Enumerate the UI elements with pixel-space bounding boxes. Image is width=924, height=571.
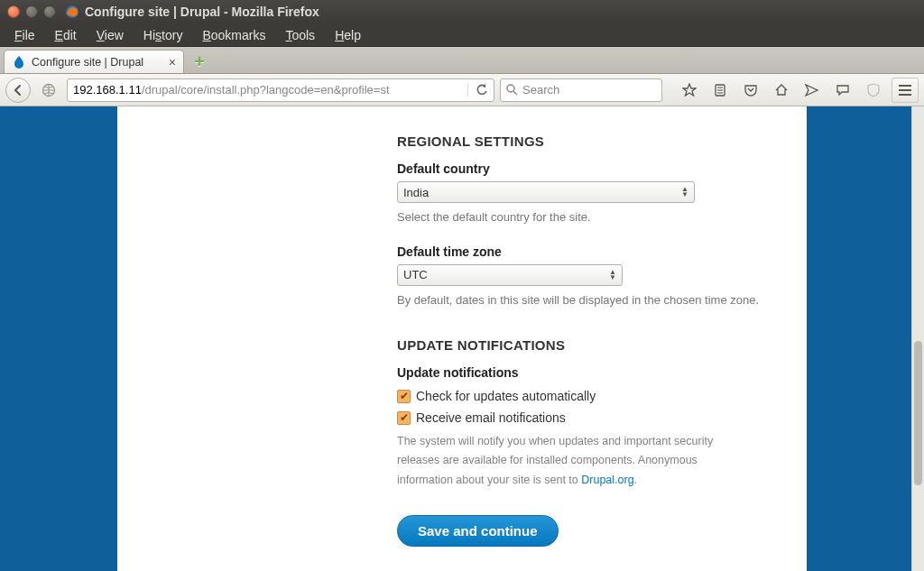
search-icon	[506, 84, 518, 96]
menu-tools[interactable]: Tools	[276, 26, 324, 44]
bookmark-star-icon[interactable]	[677, 83, 702, 97]
spinner-icon: ▲▼	[681, 187, 688, 198]
window-maximize-button[interactable]	[43, 5, 56, 18]
update-desc-text: The system will notify you when updates …	[397, 435, 713, 486]
checkbox-label-check-updates: Check for updates automatically	[416, 389, 596, 403]
firefox-icon	[65, 5, 79, 19]
update-desc-post: .	[634, 474, 637, 486]
checkbox-row-email-notifications[interactable]: ✔ Receive email notifications	[397, 410, 785, 425]
back-button[interactable]	[5, 78, 31, 103]
globe-identity-icon[interactable]	[36, 83, 61, 97]
hint-default-timezone: By default, dates in this site will be d…	[397, 291, 785, 309]
update-description: The system will notify you when updates …	[397, 432, 740, 490]
window-controls	[7, 5, 56, 18]
select-default-country[interactable]: India ▲▼	[397, 181, 695, 203]
menu-file[interactable]: File	[5, 26, 44, 44]
menu-edit[interactable]: Edit	[46, 26, 86, 44]
scrollbar-thumb[interactable]	[914, 341, 922, 485]
save-continue-button[interactable]: Save and continue	[397, 515, 559, 547]
nav-toolbar: 192.168.1.11/drupal/core/install.php?lan…	[0, 74, 924, 106]
tab-active[interactable]: Configure site | Drupal ×	[4, 50, 184, 73]
checkbox-label-email-notifications: Receive email notifications	[416, 410, 566, 425]
menu-view[interactable]: View	[88, 26, 133, 44]
pocket-icon[interactable]	[738, 83, 763, 97]
section-heading-regional: REGIONAL SETTINGS	[397, 134, 785, 149]
label-update-notifications: Update notifications	[397, 365, 785, 380]
window-title: Configure site | Drupal - Mozilla Firefo…	[85, 5, 319, 19]
drupal-org-link[interactable]: Drupal.org	[581, 474, 633, 486]
form-column: REGIONAL SETTINGS Default country India …	[397, 106, 785, 547]
tab-close-icon[interactable]: ×	[169, 55, 176, 69]
bookmarks-list-icon[interactable]	[707, 83, 733, 97]
tabstrip: Configure site | Drupal × +	[0, 47, 924, 74]
url-host: 192.168.1.11	[73, 83, 142, 97]
drupal-icon	[12, 55, 26, 69]
menu-help[interactable]: Help	[326, 26, 370, 44]
spinner-icon: ▲▼	[609, 270, 616, 281]
svg-point-2	[507, 85, 514, 92]
hint-default-country: Select the default country for the site.	[397, 208, 785, 226]
menubar: File Edit View History Bookmarks Tools H…	[0, 23, 924, 47]
window-minimize-button[interactable]	[25, 5, 38, 18]
window-titlebar: Configure site | Drupal - Mozilla Firefo…	[0, 0, 924, 23]
hamburger-menu-button[interactable]	[892, 78, 919, 103]
section-heading-updates: UPDATE NOTIFICATIONS	[397, 337, 785, 353]
checkbox-email-notifications[interactable]: ✔	[397, 411, 411, 425]
url-bar[interactable]: 192.168.1.11/drupal/core/install.php?lan…	[67, 78, 494, 102]
search-placeholder: Search	[522, 83, 559, 97]
checkbox-check-updates[interactable]: ✔	[397, 390, 411, 403]
menu-bookmarks[interactable]: Bookmarks	[193, 26, 274, 44]
vertical-scrollbar[interactable]	[911, 106, 924, 571]
select-timezone-value: UTC	[403, 268, 428, 281]
shield-icon[interactable]	[861, 83, 886, 97]
chat-icon[interactable]	[830, 83, 855, 97]
new-tab-button[interactable]: +	[188, 51, 211, 71]
search-box[interactable]: Search	[500, 78, 662, 102]
content-card: REGIONAL SETTINGS Default country India …	[117, 106, 807, 571]
window-close-button[interactable]	[7, 5, 20, 18]
menu-history[interactable]: History	[134, 26, 192, 44]
label-default-country: Default country	[397, 161, 785, 176]
label-default-timezone: Default time zone	[397, 244, 785, 259]
left-margin	[0, 106, 117, 571]
tab-title: Configure site | Drupal	[32, 56, 143, 69]
home-icon[interactable]	[769, 83, 794, 97]
select-country-value: India	[403, 186, 429, 199]
plus-icon: +	[194, 51, 205, 72]
checkbox-row-check-updates[interactable]: ✔ Check for updates automatically	[397, 389, 785, 403]
svg-line-3	[513, 91, 517, 95]
send-icon[interactable]	[799, 83, 825, 97]
select-default-timezone[interactable]: UTC ▲▼	[397, 264, 623, 286]
page-viewport: REGIONAL SETTINGS Default country India …	[0, 106, 924, 571]
url-path: /drupal/core/install.php?langcode=en&pro…	[142, 83, 390, 97]
right-margin	[807, 106, 924, 571]
reload-button[interactable]	[467, 84, 488, 97]
